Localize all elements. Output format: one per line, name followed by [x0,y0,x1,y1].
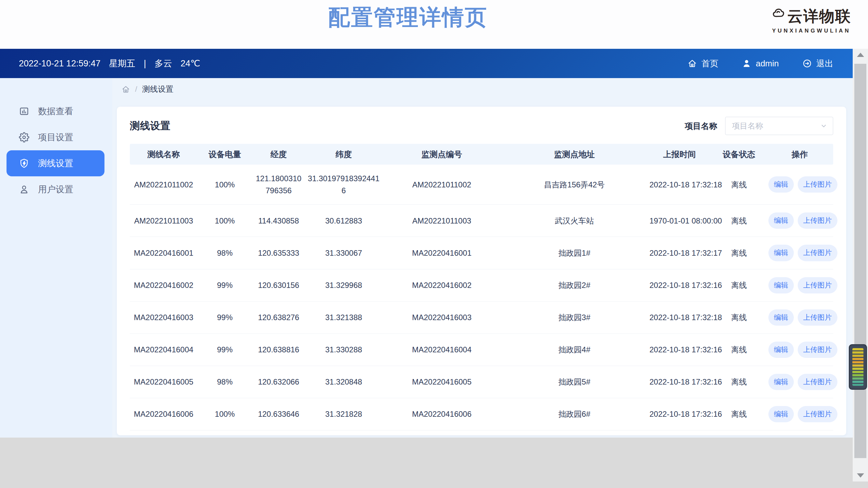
person-icon [19,184,29,195]
sidebar-item-项目设置[interactable]: 项目设置 [6,124,104,150]
cell-report-time: 2022-10-18 17:32:16 [647,366,711,398]
cell-battery: 100% [197,165,252,205]
scrollbar-thumb[interactable] [854,64,866,458]
main-area: / 测线设置 测线设置 项目名称 项目名称 [112,78,853,437]
column-header: 纬度 [305,144,382,165]
logout-menu-item[interactable]: 退出 [802,58,833,69]
cell-address: 拙政园3# [501,301,648,333]
edit-button[interactable]: 编辑 [768,406,794,422]
cell-latitude: 31.301979183924416 [305,165,382,205]
table-row: MA20220416006100%120.63364631.321828MA20… [130,398,833,430]
breadcrumb-current: 测线设置 [142,84,174,94]
cell-report-time: 2022-10-18 17:32:16 [647,333,711,366]
cell-longitude: 120.635333 [252,237,305,269]
upload-image-button[interactable]: 上传图片 [798,245,837,261]
chevron-down-icon [820,122,828,130]
scrollbar-track[interactable] [853,49,868,482]
cell-address: 拙政园6# [501,398,648,430]
user-menu-item[interactable]: admin [742,59,779,69]
table-row: AM20221011003100%114.43085830.612883AM20… [130,205,833,237]
edit-button[interactable]: 编辑 [768,277,794,293]
sidebar-item-数据查看[interactable]: 数据查看 [6,98,104,124]
topbar-datetime: 2022-10-21 12:59:47 [19,59,100,69]
upload-image-button[interactable]: 上传图片 [798,213,837,229]
table-row: MA2022041600499%120.63881631.330288MA202… [130,333,833,366]
column-header: 上报时间 [647,144,711,165]
project-name-label: 项目名称 [685,121,717,131]
upload-image-button[interactable]: 上传图片 [798,341,837,358]
topbar-weekday: 星期五 [109,58,135,69]
table-header-row: 测线名称设备电量经度纬度监测点编号监测点地址上报时间设备状态操作 [130,144,833,165]
logout-icon [802,59,812,68]
cell-report-time: 2022-10-18 17:32:16 [647,398,711,430]
upload-image-button[interactable]: 上传图片 [798,277,837,293]
cell-address: 武汉火车站 [501,205,648,237]
card-title: 测线设置 [130,119,170,133]
cell-point-number: MA20220416003 [382,301,501,333]
cell-longitude: 120.638816 [252,333,305,366]
home-menu-item[interactable]: 首页 [687,58,718,69]
cell-latitude: 31.321388 [305,301,382,333]
cell-longitude: 120.632066 [252,366,305,398]
cell-address: 拙政园4# [501,333,648,366]
upload-image-button[interactable]: 上传图片 [798,310,837,326]
cell-actions: 编辑上传图片 [767,366,833,398]
cell-actions: 编辑上传图片 [767,205,833,237]
cell-point-number: AM20221011002 [382,165,501,205]
cell-latitude: 31.330288 [305,333,382,366]
upload-image-button[interactable]: 上传图片 [798,374,837,390]
cell-line-name: MA20220416003 [130,301,197,333]
topbar-divider: | [144,59,146,69]
cell-longitude: 120.630156 [252,269,305,301]
edit-button[interactable]: 编辑 [768,245,794,261]
cell-line-name: MA20220416002 [130,269,197,301]
cell-actions: 编辑上传图片 [767,237,833,269]
column-header: 设备状态 [711,144,767,165]
topbar-temperature: 24℃ [181,58,200,69]
home-icon[interactable] [121,85,130,94]
upload-image-button[interactable]: 上传图片 [798,176,837,193]
cell-latitude: 30.612883 [305,205,382,237]
cell-point-number: MA20220416002 [382,269,501,301]
cell-line-name: MA20220416006 [130,398,197,430]
logo-subtext: YUNXIANGWULIAN [772,28,851,34]
project-name-select[interactable]: 项目名称 [725,117,833,135]
edit-button[interactable]: 编辑 [768,213,794,229]
cell-battery: 99% [197,301,252,333]
cell-report-time: 2022-10-18 17:32:16 [647,269,711,301]
sidebar: 数据查看项目设置测线设置用户设置 [0,78,112,437]
breadcrumb-separator: / [135,85,137,94]
cell-battery: 98% [197,237,252,269]
column-header: 测线名称 [130,144,197,165]
cell-point-number: MA20220416001 [382,237,501,269]
cell-report-time: 2022-10-18 17:32:17 [647,237,711,269]
edit-button[interactable]: 编辑 [768,374,794,390]
survey-line-table: 测线名称设备电量经度纬度监测点编号监测点地址上报时间设备状态操作 AM20221… [130,144,833,488]
floating-widget[interactable] [849,344,867,390]
cell-latitude: 31.329968 [305,269,382,301]
edit-button[interactable]: 编辑 [768,341,794,358]
sidebar-item-测线设置[interactable]: 测线设置 [6,150,104,176]
cell-battery: 99% [197,333,252,366]
table-row: MA2022041600299%120.63015631.329968MA202… [130,269,833,301]
cell-latitude: 31.320848 [305,366,382,398]
table-row: MA2022041600399%120.63827631.321388MA202… [130,301,833,333]
sidebar-item-label: 用户设置 [38,184,73,195]
scrollbar-up-arrow[interactable] [857,53,864,57]
scrollbar-down-arrow[interactable] [857,474,864,478]
data-view-icon [19,106,29,117]
cell-latitude: 31.330067 [305,237,382,269]
edit-button[interactable]: 编辑 [768,176,794,193]
cell-battery: 98% [197,366,252,398]
column-header: 监测点编号 [382,144,501,165]
cell-battery: 99% [197,269,252,301]
edit-button[interactable]: 编辑 [768,310,794,326]
home-icon [687,59,697,68]
upload-image-button[interactable]: 上传图片 [798,406,837,422]
cell-longitude: 114.430858 [252,205,305,237]
cell-report-time: 1970-01-01 08:00:00 [647,205,711,237]
cell-report-time: 2022-10-18 17:32:18 [647,165,711,205]
column-header: 监测点地址 [501,144,648,165]
cell-longitude: 120.633646 [252,398,305,430]
sidebar-item-用户设置[interactable]: 用户设置 [6,176,104,202]
